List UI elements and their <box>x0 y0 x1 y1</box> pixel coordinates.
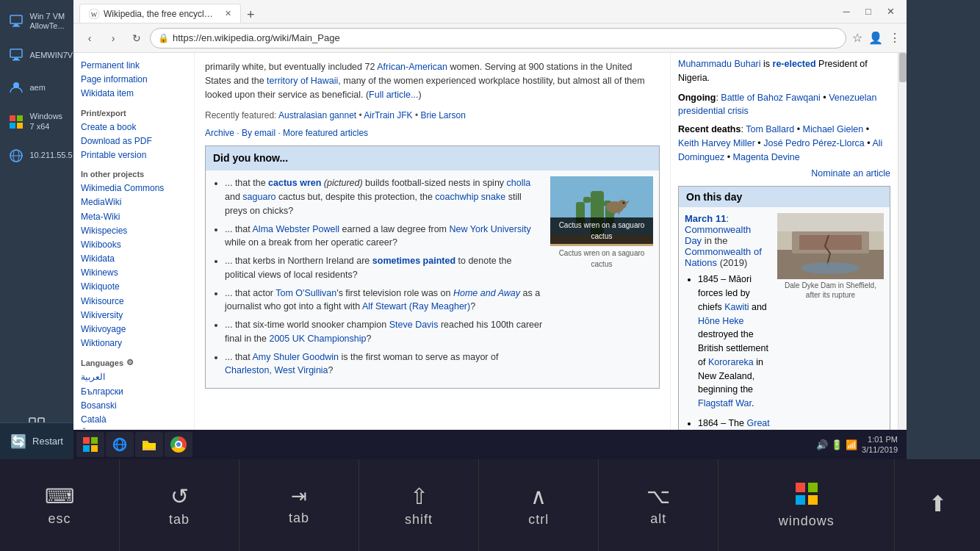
browser-tab[interactable]: W Wikipedia, the free encyclopedia ✕ <box>79 4 241 23</box>
lang-catalan[interactable]: Català <box>81 413 187 427</box>
wikidata-link[interactable]: Wikidata <box>81 252 187 266</box>
hawaii-link[interactable]: territory of Hawaii <box>267 76 338 86</box>
esc-key[interactable]: ⌨ esc <box>0 459 120 551</box>
otd-date-line: March 11: Commonwealth Day in the Common… <box>685 213 770 268</box>
alt-key[interactable]: ⌥ alt <box>599 459 718 551</box>
minimize-button[interactable]: ─ <box>836 4 857 19</box>
permanent-link[interactable]: Permanent link <box>81 59 187 73</box>
browser-menu-button[interactable]: ⋮ <box>889 31 901 45</box>
url-bar[interactable]: 🔒 https://en.wikipedia.org/wiki/Main_Pag… <box>150 28 846 48</box>
lang-bosnian[interactable]: Bosanski <box>81 399 187 413</box>
miller-link[interactable]: Keith Harvey Miller <box>678 138 755 148</box>
full-article-link[interactable]: Full article... <box>369 90 418 100</box>
buhari-link[interactable]: Muhammadu Buhari <box>678 59 761 69</box>
sidebar-item-aem[interactable]: aem <box>2 75 72 100</box>
lang-bulgarian[interactable]: Български <box>81 385 187 399</box>
flagstaff-link[interactable]: Flagstaff War <box>698 398 752 408</box>
start-button[interactable] <box>76 432 104 457</box>
chrome-button[interactable] <box>165 432 192 457</box>
alma-link[interactable]: Alma Webster Powell <box>253 224 340 234</box>
svg-rect-48 <box>808 495 818 505</box>
davis-link[interactable]: Steve Davis <box>389 320 439 330</box>
sidebar-item-ip[interactable]: 10.211.55.5 <box>2 143 72 168</box>
tom-link[interactable]: Tom O'Sullivan <box>275 288 336 298</box>
march11-link[interactable]: March 11 <box>685 213 726 224</box>
tab-close-button[interactable]: ✕ <box>225 9 231 18</box>
page-information-link[interactable]: Page information <box>81 73 187 87</box>
kawiti-link[interactable]: Kawiti <box>724 302 749 312</box>
wikinews-link[interactable]: Wikinews <box>81 266 187 280</box>
cholla-link[interactable]: cholla <box>507 178 531 188</box>
gielen-link[interactable]: Michael Gielen <box>803 124 864 134</box>
home-away-link[interactable]: Home and Away <box>453 288 520 298</box>
ssl-lock-icon: 🔒 <box>158 33 169 43</box>
download-pdf-link[interactable]: Download as PDF <box>81 134 187 148</box>
wiktionary-link[interactable]: Wiktionary <box>81 336 187 350</box>
wikivoyage-link[interactable]: Wikivoyage <box>81 323 187 336</box>
alt-icon: ⌥ <box>646 484 670 508</box>
airtrain-link[interactable]: AirTrain JFK <box>364 110 412 120</box>
scrollbar[interactable] <box>898 53 907 444</box>
goodwin-link[interactable]: Amy Shuler Goodwin <box>253 352 339 362</box>
kororareka-link[interactable]: Kororareka <box>708 357 754 367</box>
windows-key[interactable]: windows <box>718 459 895 551</box>
wikisource-link[interactable]: Wikisource <box>81 295 187 309</box>
cactus-wren-link[interactable]: cactus wren <box>268 178 321 188</box>
gannet-link[interactable]: Australasian gannet <box>278 110 356 120</box>
profile-button[interactable]: 👤 <box>865 28 886 48</box>
wikidata-item-link[interactable]: Wikidata item <box>81 87 187 101</box>
sidebar-item-aemwin[interactable]: AEMWIN7VM <box>2 43 72 68</box>
saguaro-link[interactable]: saguaro <box>242 192 275 202</box>
archive-link[interactable]: Archive <box>205 128 234 138</box>
nominate-link[interactable]: Nominate an article <box>811 168 890 179</box>
undo-key[interactable]: ↺ tab <box>120 459 239 551</box>
wikiversity-link[interactable]: Wikiversity <box>81 309 187 323</box>
ballard-link[interactable]: Tom Ballard <box>746 124 794 134</box>
by-email-link[interactable]: By email <box>242 128 275 138</box>
ie-button[interactable] <box>106 432 134 457</box>
folder-button[interactable] <box>135 432 163 457</box>
kerbs-link[interactable]: sometimes painted <box>372 256 455 266</box>
bookmark-button[interactable]: ☆ <box>852 31 862 45</box>
wikiquote-link[interactable]: Wikiquote <box>81 280 187 294</box>
wikimedia-commons-link[interactable]: Wikimedia Commons <box>81 181 187 195</box>
mediawiki-link[interactable]: MediaWiki <box>81 195 187 209</box>
forward-button[interactable]: › <box>103 28 123 48</box>
re-elected-link[interactable]: re-elected <box>773 59 816 69</box>
uk-champ-link[interactable]: 2005 UK Championship <box>269 334 366 344</box>
wikibooks-link[interactable]: Wikibooks <box>81 238 187 252</box>
scroll-thumb[interactable] <box>899 53 907 82</box>
back-button[interactable]: ‹ <box>79 28 100 48</box>
meta-wiki-link[interactable]: Meta-Wiki <box>81 210 187 224</box>
charleston-link[interactable]: Charleston, West Virginia <box>225 365 328 375</box>
sidebar-item-win7[interactable]: Windows 7 x64 <box>2 107 72 135</box>
devine-link[interactable]: Magenta Devine <box>733 152 800 162</box>
wikispecies-link[interactable]: Wikispecies <box>81 224 187 238</box>
bahoz-link[interactable]: Battle of Bahoz Fawqani <box>721 93 821 103</box>
tab-key[interactable]: ⇥ tab <box>239 459 359 551</box>
share-key[interactable]: ⬆ <box>895 459 980 551</box>
commonwealth-nations-link[interactable]: Commonwealth of Nations <box>685 246 762 268</box>
commonwealth-day-link[interactable]: Commonwealth Day <box>685 224 751 246</box>
coachwhip-link[interactable]: coachwhip snake <box>435 192 505 202</box>
alf-link[interactable]: Alf Stewart (Ray Meagher) <box>362 301 470 311</box>
shift-key[interactable]: ⇧ shift <box>359 459 479 551</box>
heke-link[interactable]: Hōne Heke <box>698 316 744 326</box>
refresh-button[interactable]: ↻ <box>126 28 147 48</box>
lang-arabic[interactable]: العربية <box>81 370 187 384</box>
nyu-link[interactable]: New York University <box>449 224 530 234</box>
african-american-link[interactable]: African-American <box>377 62 447 72</box>
close-button[interactable]: ✕ <box>880 4 901 19</box>
featured-article-text: primarily white, but eventually included… <box>205 60 660 101</box>
restart-button[interactable]: 🔄 Restart <box>0 422 73 459</box>
more-featured-link[interactable]: More featured articles <box>283 128 368 138</box>
languages-gear-icon[interactable]: ⚙ <box>126 358 134 367</box>
sidebar-item-vm[interactable]: Win 7 VM AllowTe... <box>2 7 72 35</box>
new-tab-button[interactable]: + <box>242 7 259 23</box>
brie-link[interactable]: Brie Larson <box>420 110 465 120</box>
printable-version-link[interactable]: Printable version <box>81 148 187 162</box>
create-book-link[interactable]: Create a book <box>81 120 187 134</box>
maximize-button[interactable]: □ <box>858 4 879 19</box>
ctrl-key[interactable]: ∧ ctrl <box>479 459 599 551</box>
perez-link[interactable]: José Pedro Pérez-Llorca <box>763 138 865 148</box>
